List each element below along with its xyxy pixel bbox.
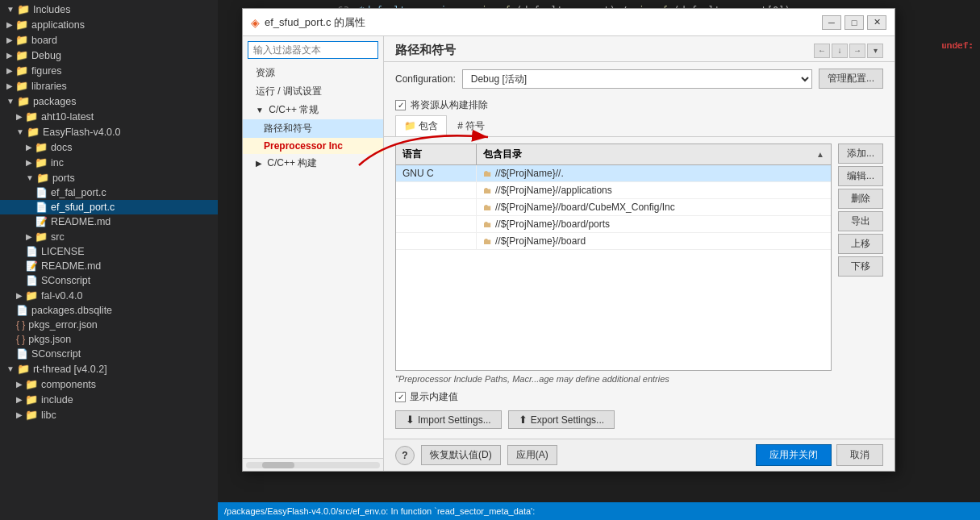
sidebar-item-fal-v0.4.0[interactable]: ▶📁fal-v0.4.0: [0, 288, 218, 303]
nav-forward-button[interactable]: →: [849, 44, 865, 58]
sidebar-item-sconscript[interactable]: 📄SConscript: [0, 347, 218, 361]
tab-includes[interactable]: 📁 包含: [395, 115, 447, 136]
tree-item-preprocessor-inc[interactable]: Preprocessor Inc: [243, 138, 383, 154]
cancel-button[interactable]: 取消: [836, 444, 883, 466]
config-row: Configuration: Debug [活动] 管理配置...: [384, 62, 895, 95]
file-icon: 📄: [26, 275, 38, 286]
sidebar-item-ports[interactable]: ▼📁ports: [0, 170, 218, 185]
tab-bar: 📁 包含 # 符号: [384, 115, 895, 137]
sidebar-item-ef_sfud_port.c[interactable]: 📄ef_sfud_port.c: [0, 200, 218, 214]
tree-item-run-debug[interactable]: 运行 / 调试设置: [243, 82, 383, 101]
minimize-button[interactable]: ─: [822, 15, 841, 30]
file-icon: 📄: [26, 246, 38, 257]
tree-item-resources[interactable]: 资源: [243, 64, 383, 82]
sidebar-item-label: docs: [51, 142, 72, 153]
sidebar-item-label: packages: [33, 96, 77, 107]
hint-text: "Preprocessor Include Paths, Macr...age …: [395, 371, 883, 387]
restore-default-button[interactable]: 恢复默认值(D): [421, 445, 501, 465]
sidebar-item-ef_fal_port.c[interactable]: 📄ef_fal_port.c: [0, 185, 218, 200]
sidebar-item-pkgs_error.json[interactable]: { }pkgs_error.json: [0, 318, 218, 332]
path-icon: 🖿: [483, 202, 492, 212]
tab-symbols[interactable]: # 符号: [448, 115, 494, 136]
dialog-title-icon: ◈: [251, 16, 260, 29]
export-settings-button[interactable]: ⬆ Export Settings...: [508, 410, 615, 429]
sidebar-item-packages.dbsqlite[interactable]: 📄packages.dbsqlite: [0, 303, 218, 318]
sidebar-item-label: Debug: [31, 50, 61, 61]
exclude-row: ✓ 将资源从构建排除: [384, 95, 895, 115]
sidebar-item-docs[interactable]: ▶📁docs: [0, 139, 218, 155]
show-builtin-checkbox[interactable]: ✓: [395, 392, 406, 402]
sidebar-item-applications[interactable]: ▶📁applications: [0, 17, 218, 32]
config-select[interactable]: Debug [活动]: [462, 69, 812, 89]
sidebar-item-sconscript[interactable]: 📄SConscript: [0, 273, 218, 288]
dialog-title: ◈ ef_sfud_port.c 的属性: [251, 15, 365, 30]
sidebar-item-pkgs.json[interactable]: { }pkgs.json: [0, 332, 218, 347]
table-row[interactable]: 🖿 //${ProjName}//applications: [396, 182, 831, 199]
sidebar-item-figures[interactable]: ▶📁figures: [0, 63, 218, 78]
folder-icon: 📁: [15, 80, 28, 92]
dialog-titlebar: ◈ ef_sfud_port.c 的属性 ─ □ ✕: [243, 9, 895, 36]
table-row[interactable]: 🖿 //${ProjName}//board/CubeMX_Config/Inc: [396, 199, 831, 216]
nav-dropdown-button[interactable]: ▾: [867, 44, 883, 58]
tree-item-cpp-general[interactable]: ▼ C/C++ 常规: [243, 101, 383, 119]
close-button[interactable]: ✕: [867, 15, 886, 30]
sidebar-item-libc[interactable]: ▶📁libc: [0, 407, 218, 422]
table-row[interactable]: GNU C 🖿 //${ProjName}//.: [396, 165, 831, 182]
nav-back-button[interactable]: ←: [814, 44, 830, 58]
sidebar-item-easyflash-v4.0.0[interactable]: ▼📁EasyFlash-v4.0.0: [0, 124, 218, 139]
folder-icon: 📁: [25, 409, 38, 421]
move-down-button[interactable]: 下移: [838, 256, 883, 277]
sidebar-item-label: EasyFlash-v4.0.0: [43, 127, 121, 138]
apply-button[interactable]: 应用(A): [507, 445, 557, 465]
folder-icon: 📁: [15, 19, 28, 31]
sidebar-item-rt-thread_[v4.0.2][interactable]: ▼📁rt-thread [v4.0.2]: [0, 361, 218, 376]
sidebar-item-board[interactable]: ▶📁board: [0, 32, 218, 48]
file-icon: 📄: [16, 348, 28, 360]
import-button[interactable]: ⬇ Import Settings...: [395, 410, 502, 429]
table-row[interactable]: 🖿 //${ProjName}//board: [396, 233, 831, 250]
delete-button[interactable]: 删除: [838, 189, 883, 209]
properties-dialog: ◈ ef_sfud_port.c 的属性 ─ □ ✕ 资源 运行 / 调试设置: [242, 8, 895, 472]
table-row[interactable]: 🖿 //${ProjName}//board/ports: [396, 216, 831, 233]
move-up-button[interactable]: 上移: [838, 234, 883, 254]
file-icon: 📄: [35, 187, 48, 198]
apply-close-button[interactable]: 应用并关闭: [756, 444, 832, 466]
edit-button[interactable]: 编辑...: [838, 166, 883, 186]
sidebar-item-include[interactable]: ▶📁include: [0, 392, 218, 407]
manage-config-button[interactable]: 管理配置...: [819, 69, 883, 89]
horizontal-scrollbar[interactable]: [243, 458, 383, 471]
tree-item-cpp-build[interactable]: ▶ C/C++ 构建: [243, 154, 383, 173]
sidebar-item-packages[interactable]: ▼📁packages: [0, 94, 218, 109]
maximize-button[interactable]: □: [844, 15, 864, 30]
sidebar-item-readme.md[interactable]: 📝README.md: [0, 259, 218, 273]
sidebar-item-libraries[interactable]: ▶📁libraries: [0, 78, 218, 94]
status-bar: /packages/EasyFlash-v4.0.0/src/ef_env.o:…: [218, 502, 980, 520]
sidebar-item-debug[interactable]: ▶📁Debug: [0, 48, 218, 63]
add-button[interactable]: 添加...: [838, 144, 883, 164]
sidebar-item-readme.md[interactable]: 📝README.md: [0, 214, 218, 229]
sidebar-item-components[interactable]: ▶📁components: [0, 376, 218, 392]
tree-panel: 资源 运行 / 调试设置 ▼ C/C++ 常规 路径和符号 Preprocess…: [243, 64, 383, 458]
sidebar-item-label: packages.dbsqlite: [31, 305, 112, 316]
tree-item-path-symbol[interactable]: 路径和符号: [243, 119, 383, 138]
help-button[interactable]: ?: [395, 446, 415, 465]
sidebar-item-label: rt-thread [v4.0.2]: [33, 364, 107, 375]
scroll-thumb[interactable]: [262, 462, 294, 468]
path-icon: 🖿: [483, 185, 492, 195]
nav-down-button[interactable]: ↓: [832, 44, 848, 58]
sort-arrow[interactable]: ▲: [816, 150, 824, 159]
nav-arrows: ← ↓ → ▾: [814, 44, 883, 58]
dialog-footer: ? 恢复默认值(D) 应用(A) 应用并关闭 取消: [384, 439, 895, 471]
sidebar-item-license[interactable]: 📄LICENSE: [0, 244, 218, 259]
export-button[interactable]: 导出: [838, 211, 883, 231]
sidebar-item-label: fal-v0.4.0: [41, 290, 82, 302]
exclude-checkbox[interactable]: ✓: [395, 100, 406, 110]
sidebar-item-includes[interactable]: ▼📁Includes: [0, 2, 218, 17]
dialog-content: 语言 包含目录 ▲ GNU C 🖿: [384, 137, 895, 439]
sidebar-item-inc[interactable]: ▶📁inc: [0, 155, 218, 170]
status-bar-text: /packages/EasyFlash-v4.0.0/src/ef_env.o:…: [224, 506, 535, 516]
folder-icon: 📁: [17, 95, 30, 107]
sidebar-item-src[interactable]: ▶📁src: [0, 229, 218, 244]
filter-input[interactable]: [248, 41, 378, 59]
sidebar-item-aht10-latest[interactable]: ▶📁aht10-latest: [0, 109, 218, 124]
